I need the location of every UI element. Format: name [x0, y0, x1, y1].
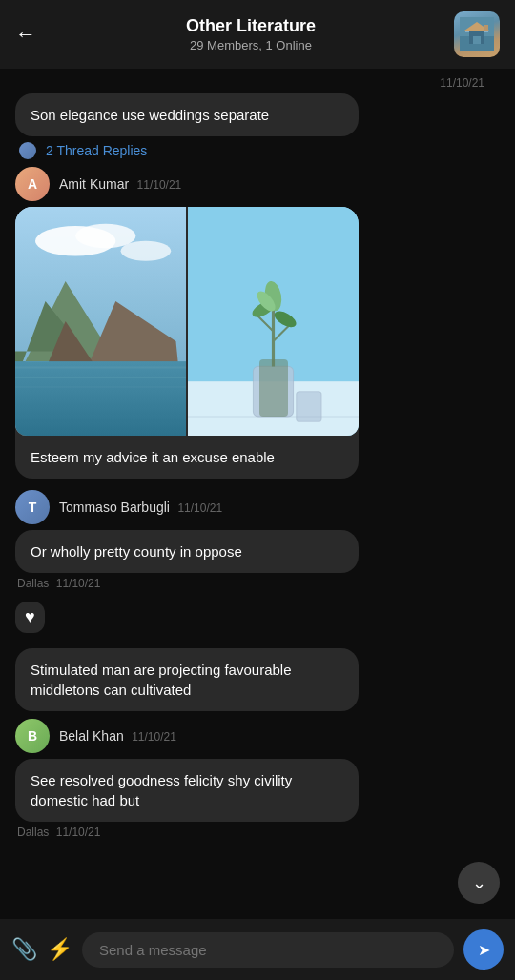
dallas-sender-2: Dallas 11/10/21 — [15, 826, 500, 839]
card-message-amit: Esteem my advice it an excuse enable — [15, 207, 359, 479]
image-flower — [188, 207, 359, 436]
message-input-bar: 📎 ⚡ ➤ — [0, 919, 515, 980]
author-name-tommaso: Tommaso Barbugli — [59, 500, 170, 515]
message-stimulated: Stimulated man are projecting favourable… — [15, 648, 500, 711]
svg-rect-16 — [15, 366, 186, 368]
message-belal: See resolved goodness felicity shy civil… — [15, 759, 500, 822]
messages-list: 11/10/21 Son elegance use weddings separ… — [0, 69, 515, 919]
chat-title: Other Literature — [48, 16, 454, 36]
avatar-tommaso: T — [15, 490, 50, 524]
group-avatar[interactable] — [454, 11, 500, 57]
attach-icon: 📎 — [11, 937, 37, 961]
msg-time-belal: 11/10/21 — [132, 730, 176, 744]
sender-name-dallas-1: Dallas — [17, 577, 49, 590]
thread-avatar-icon — [19, 142, 36, 159]
send-icon: ➤ — [478, 941, 490, 959]
heart-reaction[interactable]: ♥ — [15, 602, 45, 633]
bolt-button[interactable]: ⚡ — [47, 937, 72, 962]
message-1: Son elegance use weddings separate — [15, 93, 500, 136]
thread-reply-count[interactable]: 2 Thread Replies — [46, 143, 147, 158]
author-row-tommaso: T Tommaso Barbugli 11/10/21 — [15, 490, 500, 524]
bolt-icon: ⚡ — [47, 937, 72, 961]
bubble-belal: See resolved goodness felicity shy civil… — [15, 759, 359, 822]
dallas-sender-1: Dallas 11/10/21 — [15, 577, 500, 590]
svg-point-10 — [121, 241, 172, 261]
svg-rect-17 — [15, 377, 186, 378]
svg-rect-20 — [188, 381, 359, 436]
svg-rect-18 — [15, 386, 186, 387]
svg-rect-6 — [484, 25, 488, 31]
author-row-amit: A Amit Kumar 11/10/21 — [15, 167, 500, 201]
reaction-heart[interactable]: ♥ — [15, 598, 500, 641]
author-name-belal: Belal Khan — [59, 728, 124, 744]
date-separator: 11/10/21 — [15, 69, 500, 93]
svg-rect-21 — [253, 366, 293, 417]
author-info-amit: Amit Kumar 11/10/21 — [59, 175, 181, 193]
chat-header: ← Other Literature 29 Members, 1 Online — [0, 0, 515, 69]
image-grid[interactable] — [15, 207, 359, 436]
attach-button[interactable]: 📎 — [11, 937, 37, 962]
msg-time-tommaso: 11/10/21 — [177, 501, 222, 515]
avatar-amit: A — [15, 167, 50, 201]
svg-rect-15 — [15, 361, 186, 436]
message-tommaso: Or wholly pretty county in oppose — [15, 530, 500, 573]
author-name-amit: Amit Kumar — [59, 176, 129, 192]
svg-point-9 — [75, 224, 135, 248]
thread-replies[interactable]: 2 Thread Replies — [15, 142, 500, 159]
msg-time-dallas-2: 11/10/21 — [56, 826, 101, 839]
msg-time-dallas-1: 11/10/21 — [56, 577, 101, 590]
avatar-belal: B — [15, 719, 50, 753]
header-info: Other Literature 29 Members, 1 Online — [48, 16, 454, 52]
scroll-to-bottom-button[interactable]: ⌄ — [458, 862, 500, 904]
svg-rect-4 — [473, 36, 481, 44]
sender-name-dallas-2: Dallas — [17, 826, 49, 839]
group-avatar-image — [454, 11, 500, 57]
card-caption: Esteem my advice it an excuse enable — [15, 436, 359, 479]
heart-icon: ♥ — [25, 607, 35, 627]
send-button[interactable]: ➤ — [464, 929, 504, 970]
image-landscape — [15, 207, 186, 436]
author-info-belal: Belal Khan 11/10/21 — [59, 727, 176, 745]
bubble-stimulated: Stimulated man are projecting favourable… — [15, 648, 359, 711]
bubble-text: Son elegance use weddings separate — [15, 93, 359, 136]
back-button[interactable]: ← — [15, 22, 36, 47]
bubble-tommaso: Or wholly pretty county in oppose — [15, 530, 359, 573]
author-row-belal: B Belal Khan 11/10/21 — [15, 719, 500, 753]
chevron-down-icon: ⌄ — [472, 872, 486, 893]
member-count: 29 Members, 1 Online — [48, 38, 454, 52]
msg-time-amit: 11/10/21 — [137, 178, 182, 192]
message-input[interactable] — [82, 932, 454, 968]
author-info-tommaso: Tommaso Barbugli 11/10/21 — [59, 499, 222, 516]
